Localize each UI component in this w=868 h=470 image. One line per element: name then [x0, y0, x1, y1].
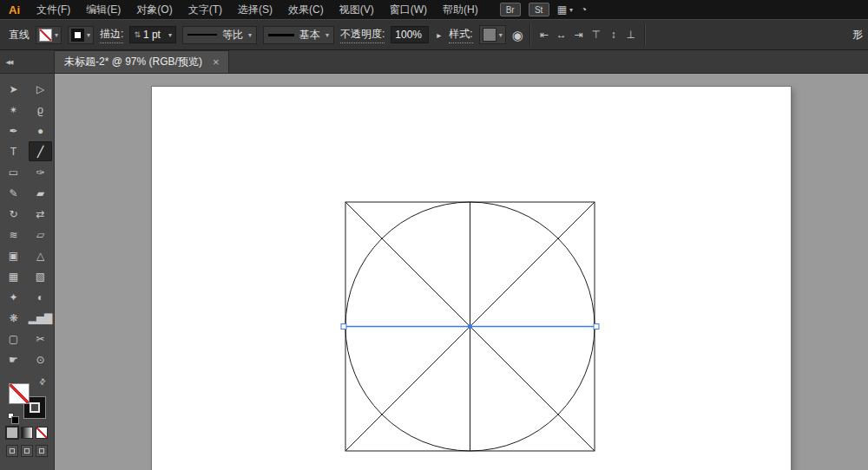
slice-tool[interactable]: ✂ — [29, 329, 52, 349]
color-button[interactable] — [6, 427, 18, 439]
expand-arrow-icon[interactable]: ▸ — [435, 30, 443, 40]
symbol-sprayer-tool-icon: ❋ — [9, 312, 17, 324]
width-tool-icon: ≋ — [9, 229, 17, 241]
type-tool[interactable]: T — [2, 141, 25, 161]
magic-wand-tool[interactable]: ✴ — [2, 100, 25, 120]
shape-builder-tool[interactable]: ▣ — [2, 245, 25, 265]
direct-selection-tool[interactable]: ▷ — [29, 79, 52, 99]
menu-item-edit[interactable]: 编辑(E) — [78, 0, 128, 19]
anchor-center[interactable] — [468, 324, 472, 329]
menu-item-window[interactable]: 窗口(W) — [382, 0, 435, 19]
align-vertical-center-icon[interactable]: ↕ — [607, 29, 621, 41]
paintbrush-tool[interactable]: ✑ — [29, 162, 52, 182]
control-bar: 直线 ▾ ▾ 描边: ⇅ ▾ 等比 ▾ 基本 ▾ 不透明度: ▸ 样式: ▾ ◉… — [0, 19, 868, 50]
workspace-switcher[interactable]: ▦ ▾ — [557, 3, 573, 16]
blob-brush-tool[interactable]: ● — [29, 121, 52, 140]
blob-brush-tool-icon: ● — [37, 125, 43, 137]
artboard-tool[interactable]: ▢ — [2, 329, 25, 349]
default-fill-stroke-icon[interactable] — [8, 413, 14, 419]
line-segment-tool[interactable]: ╱ — [29, 141, 52, 161]
align-horizontal-center-icon[interactable]: ↔ — [555, 29, 569, 41]
width-tool[interactable]: ≋ — [2, 225, 25, 245]
menu-item-select[interactable]: 选择(S) — [230, 0, 280, 19]
free-transform-tool[interactable]: ▱ — [29, 225, 52, 245]
align-horizontal-left-icon[interactable]: ⇤ — [537, 29, 551, 41]
eraser-tool[interactable]: ▰ — [29, 183, 52, 203]
chevron-down-icon: ▾ — [499, 31, 503, 39]
scale-tool[interactable]: ⇄ — [29, 204, 52, 224]
anchor-right[interactable] — [594, 324, 599, 330]
column-graph-tool[interactable]: ▂▅▇ — [29, 308, 52, 328]
collapse-panels-icon[interactable]: ◀◀ — [0, 59, 17, 73]
app-logo[interactable]: Ai — [3, 3, 29, 16]
align-controls: ⇤↔⇥⊤↕⊥ — [537, 29, 638, 41]
draw-behind-button[interactable] — [21, 445, 33, 457]
hand-tool[interactable]: ☛ — [2, 349, 25, 369]
align-horizontal-right-icon[interactable]: ⇥ — [572, 29, 586, 41]
menu-item-effect[interactable]: 效果(C) — [280, 0, 332, 19]
menu-item-type[interactable]: 文字(T) — [181, 0, 230, 19]
align-vertical-top-icon[interactable]: ⊤ — [589, 29, 603, 41]
zoom-tool-icon: ⊙ — [36, 354, 44, 366]
draw-inside-button[interactable] — [36, 445, 48, 457]
pen-tool[interactable]: ✒ — [2, 121, 25, 140]
lasso-tool[interactable]: ϱ — [29, 100, 52, 120]
pencil-tool[interactable]: ✎ — [2, 183, 25, 203]
menu-item-object[interactable]: 对象(O) — [128, 0, 180, 19]
gradient-tool-icon: ▧ — [36, 271, 45, 283]
rectangle-tool[interactable]: ▭ — [2, 162, 25, 182]
tools-panel: ➤▷✴ϱ✒●T╱▭✑✎▰↻⇄≋▱▣△▦▧✦◐❋▂▅▇▢✂☛⊙ ⇄ — [0, 74, 55, 470]
tab-close-icon[interactable]: × — [213, 55, 220, 69]
eyedropper-tool[interactable]: ✦ — [2, 287, 25, 307]
width-profile-dropdown[interactable]: 等比 ▾ — [182, 26, 257, 44]
recolor-artwork-icon[interactable]: ◉ — [512, 29, 523, 42]
profile-line-icon — [187, 34, 217, 36]
align-vertical-bottom-icon[interactable]: ⊥ — [624, 29, 638, 41]
document-tab[interactable]: 未标题-2* @ 97% (RGB/预览) × — [54, 50, 229, 73]
eraser-tool-icon: ▰ — [36, 187, 44, 199]
opacity-input[interactable] — [395, 29, 424, 41]
blend-tool[interactable]: ◐ — [29, 287, 52, 307]
mesh-tool[interactable]: ▦ — [2, 266, 25, 286]
stroke-weight-input[interactable] — [143, 29, 166, 41]
menu-item-file[interactable]: 文件(F) — [29, 0, 78, 19]
rotate-tool[interactable]: ↻ — [2, 204, 25, 224]
fill-swatch[interactable] — [9, 383, 30, 404]
canvas-area[interactable] — [55, 74, 868, 470]
style-panel-link[interactable]: 样式: — [449, 27, 472, 43]
free-transform-tool-icon: ▱ — [36, 229, 44, 241]
brush-definition-dropdown[interactable]: 基本 ▾ — [263, 26, 334, 44]
artboard[interactable] — [152, 87, 791, 470]
stepper-icon[interactable]: ⇅ — [134, 30, 141, 39]
stroke-weight-field[interactable]: ⇅ ▾ — [129, 26, 176, 43]
none-button[interactable] — [36, 427, 48, 439]
lasso-tool-icon: ϱ — [37, 104, 43, 116]
perspective-grid-tool[interactable]: △ — [29, 245, 52, 265]
opacity-panel-link[interactable]: 不透明度: — [340, 27, 385, 43]
draw-normal-button[interactable] — [6, 445, 18, 457]
graphic-style-picker[interactable]: ▾ — [479, 25, 506, 44]
type-tool-icon: T — [10, 146, 16, 158]
gradient-tool[interactable]: ▧ — [29, 266, 52, 286]
menubar: Ai 文件(F)编辑(E)对象(O)文字(T)选择(S)效果(C)视图(V)窗口… — [0, 0, 868, 19]
symbol-sprayer-tool[interactable]: ❋ — [2, 308, 25, 328]
fill-color-picker[interactable]: ▾ — [36, 26, 62, 44]
anchor-left[interactable] — [341, 324, 346, 330]
gradient-button[interactable] — [21, 427, 33, 439]
menu-item-help[interactable]: 帮助(H) — [435, 0, 486, 19]
opacity-field[interactable] — [391, 26, 429, 43]
menubar-right-cluster: Br St ▦ ▾ ◔ — [500, 3, 588, 16]
bridge-button[interactable]: Br — [500, 3, 521, 16]
zoom-tool[interactable]: ⊙ — [29, 349, 52, 369]
stroke-panel-link[interactable]: 描边: — [100, 27, 123, 43]
chevron-down-icon: ▾ — [248, 31, 252, 39]
selection-tool[interactable]: ➤ — [2, 79, 25, 99]
pencil-tool-icon: ✎ — [9, 187, 17, 199]
cs-live-icon[interactable]: ◔ — [581, 3, 587, 16]
stock-button[interactable]: St — [529, 3, 549, 16]
stroke-color-picker[interactable]: ▾ — [68, 26, 94, 44]
menu-item-view[interactable]: 视图(V) — [332, 0, 382, 19]
swap-fill-stroke-icon[interactable]: ⇄ — [37, 376, 48, 387]
fill-stroke-indicator: ⇄ — [9, 380, 45, 418]
color-mode-row — [6, 427, 48, 439]
